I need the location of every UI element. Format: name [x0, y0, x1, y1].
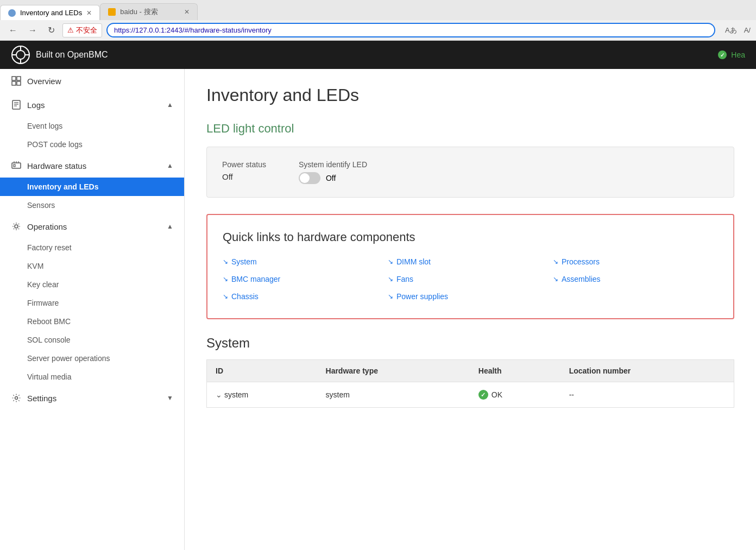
processors-link[interactable]: ↘ Processors: [553, 255, 718, 268]
grid-icon: [11, 75, 22, 86]
health-ok-icon: [478, 390, 488, 400]
sidebar: Overview Logs ▲ Event logs POST code log…: [0, 69, 185, 550]
system-link-arrow: ↘: [223, 258, 228, 265]
assemblies-link-label: Assemblies: [562, 275, 601, 283]
col-header-health: Health: [470, 360, 560, 382]
sidebar-item-hardware-status[interactable]: Hardware status ▲: [0, 154, 184, 178]
power-status-value: Off: [222, 172, 266, 181]
hardware-icon: [11, 160, 22, 171]
assemblies-link[interactable]: ↘ Assemblies: [553, 273, 718, 286]
openbmc-logo-icon: [11, 45, 30, 65]
main-area: Overview Logs ▲ Event logs POST code log…: [0, 69, 756, 550]
row-health-cell: OK: [470, 382, 560, 408]
sidebar-item-sensors[interactable]: Sensors: [27, 196, 184, 214]
chassis-link[interactable]: ↘ Chassis: [223, 290, 388, 303]
system-link[interactable]: ↘ System: [223, 255, 388, 268]
sidebar-item-kvm[interactable]: KVM: [27, 257, 184, 275]
forward-button[interactable]: →: [25, 24, 40, 36]
warning-text: 不安全: [76, 26, 97, 35]
tab-close-button[interactable]: ✕: [86, 9, 92, 17]
tab-label-2: baidu - 搜索: [120, 7, 158, 17]
system-led-value: Off: [326, 174, 336, 182]
power-status-label: Power status: [222, 160, 266, 169]
tab-inactive[interactable]: baidu - 搜索 ✕: [100, 3, 198, 20]
sidebar-item-overview[interactable]: Overview: [0, 69, 184, 93]
row-expand-button[interactable]: ⌄: [216, 390, 222, 399]
firmware-label: Firmware: [27, 299, 59, 307]
sidebar-item-event-logs[interactable]: Event logs: [27, 117, 184, 135]
factory-reset-label: Factory reset: [27, 243, 72, 252]
row-location-cell: --: [560, 382, 734, 408]
back-button[interactable]: ←: [5, 24, 21, 36]
bmc-link-arrow: ↘: [223, 275, 228, 283]
bmc-manager-link[interactable]: ↘ BMC manager: [223, 273, 388, 286]
power-status-field: Power status Off: [222, 160, 266, 181]
fans-link[interactable]: ↘ Fans: [388, 273, 553, 286]
tab-favicon: [8, 9, 16, 17]
sidebar-item-virtual-media[interactable]: Virtual media: [27, 368, 184, 386]
event-logs-label: Event logs: [27, 122, 62, 130]
tab-active[interactable]: Inventory and LEDs ✕: [0, 5, 100, 20]
browser-right-controls: Aあ A/: [725, 26, 751, 35]
sidebar-item-firmware[interactable]: Firmware: [27, 294, 184, 312]
address-bar[interactable]: [106, 23, 715, 37]
server-power-label: Server power operations: [27, 354, 110, 363]
tab-bar: Inventory and LEDs ✕ baidu - 搜索 ✕: [0, 0, 756, 20]
system-section-title: System: [206, 336, 734, 351]
col-header-location-number: Location number: [560, 360, 734, 382]
sidebar-item-settings[interactable]: Settings ▼: [0, 386, 184, 410]
tab-favicon-2: [108, 8, 116, 16]
fans-link-arrow: ↘: [388, 275, 393, 283]
top-bar: Built on OpenBMC Hea: [0, 41, 756, 69]
reboot-bmc-label: Reboot BMC: [27, 317, 71, 326]
sidebar-item-operations[interactable]: Operations ▲: [0, 214, 184, 238]
sidebar-item-post-code-logs[interactable]: POST code logs: [27, 135, 184, 154]
sidebar-item-sol-console[interactable]: SOL console: [27, 331, 184, 349]
sidebar-item-logs[interactable]: Logs ▲: [0, 93, 184, 117]
sidebar-item-inventory-leds[interactable]: Inventory and LEDs: [0, 178, 184, 196]
svg-rect-18: [14, 165, 15, 167]
sidebar-item-key-clear[interactable]: Key clear: [27, 275, 184, 294]
app-logo-text: Built on OpenBMC: [36, 50, 108, 60]
sensors-label: Sensors: [27, 201, 55, 210]
dimm-slot-link-label: DIMM slot: [396, 257, 431, 266]
sidebar-item-reboot-bmc[interactable]: Reboot BMC: [27, 312, 184, 331]
app: Built on OpenBMC Hea Overview Logs: [0, 41, 756, 550]
system-led-toggle[interactable]: [299, 172, 320, 184]
col-header-hardware-type: Hardware type: [317, 360, 470, 382]
browser-controls-text: Aあ A/: [725, 26, 751, 35]
sidebar-item-server-power-operations[interactable]: Server power operations: [27, 349, 184, 368]
quick-links-grid: ↘ System ↘ DIMM slot ↘ Processors ↘ BMC …: [223, 255, 718, 303]
sidebar-operations-label: Operations: [27, 222, 67, 231]
power-supplies-link-label: Power supplies: [396, 292, 448, 301]
operations-icon: [11, 221, 22, 232]
hardware-chevron-icon: ▲: [167, 162, 173, 169]
content-area: Inventory and LEDs LED light control Pow…: [185, 69, 756, 550]
quick-links-title: Quick links to hardware components: [223, 230, 718, 244]
svg-point-1: [16, 50, 25, 59]
system-led-field: System identify LED Off: [299, 160, 367, 184]
tab-close-button-2[interactable]: ✕: [184, 8, 190, 16]
hardware-submenu: Inventory and LEDs Sensors: [0, 178, 184, 214]
svg-rect-14: [12, 163, 21, 168]
dimm-slot-link[interactable]: ↘ DIMM slot: [388, 255, 553, 268]
health-label: Hea: [731, 50, 745, 59]
reload-button[interactable]: ↻: [45, 24, 58, 36]
sidebar-item-factory-reset[interactable]: Factory reset: [27, 238, 184, 257]
power-supplies-link[interactable]: ↘ Power supplies: [388, 290, 553, 303]
system-led-toggle-row: Off: [299, 172, 367, 184]
kvm-label: KVM: [27, 262, 43, 270]
sidebar-settings-label: Settings: [27, 394, 56, 403]
settings-icon: [11, 393, 22, 403]
processors-link-arrow: ↘: [553, 258, 558, 265]
svg-rect-6: [12, 77, 16, 80]
sol-console-label: SOL console: [27, 336, 71, 344]
address-input[interactable]: [114, 26, 708, 34]
browser-chrome: Inventory and LEDs ✕ baidu - 搜索 ✕ ← → ↻ …: [0, 0, 756, 41]
table-header-row: ID Hardware type Health Location number: [207, 360, 734, 382]
svg-rect-8: [12, 81, 16, 85]
app-logo: Built on OpenBMC: [11, 45, 108, 65]
operations-submenu: Factory reset KVM Key clear Firmware Reb…: [0, 238, 184, 386]
chassis-link-arrow: ↘: [223, 293, 228, 300]
sidebar-logs-label: Logs: [27, 100, 45, 110]
